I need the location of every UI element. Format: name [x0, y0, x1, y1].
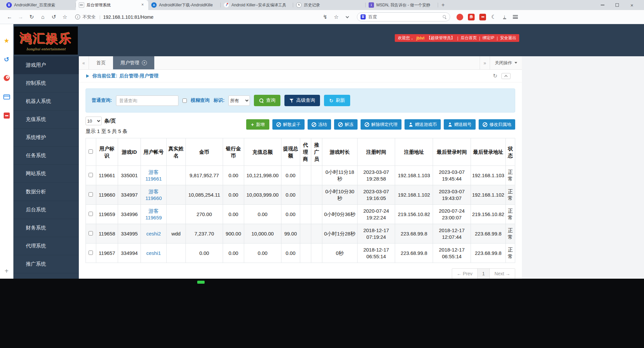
- java-favicon: J: [224, 2, 229, 8]
- add-button[interactable]: +新增: [246, 119, 269, 130]
- history-icon[interactable]: ↺: [3, 56, 10, 63]
- link-bind-ip[interactable]: 绑定IP: [483, 35, 494, 41]
- browser-tab[interactable]: iMSDN, 我告诉你 - 做一个安静: [366, 0, 438, 10]
- flag-select[interactable]: 所有: [228, 95, 250, 106]
- restore-history-icon[interactable]: ↺: [49, 12, 59, 22]
- select-all-checkbox[interactable]: [89, 149, 93, 154]
- sidebar-item[interactable]: 财务系统: [13, 219, 79, 237]
- unfreeze-button[interactable]: 解冻: [334, 119, 358, 130]
- row-checkbox[interactable]: [89, 192, 93, 197]
- refresh-list-button[interactable]: ↻刷新: [324, 95, 350, 106]
- sidebar-item-clipped[interactable]: [13, 273, 79, 279]
- account-link[interactable]: 游客119661: [145, 169, 162, 182]
- browser-tab[interactable]: 历史记录: [293, 0, 366, 10]
- tab-user-management[interactable]: 用户管理 ×: [113, 56, 154, 69]
- query-input[interactable]: [116, 95, 178, 106]
- table-cell: 2023-03-07 19:16:05: [357, 185, 395, 205]
- sidebar-item[interactable]: 系统维护: [13, 129, 79, 147]
- sidebar-item[interactable]: 游戏用户: [13, 56, 79, 74]
- row-checkbox[interactable]: [89, 173, 93, 177]
- close-operations-dropdown[interactable]: 关闭操作: [490, 56, 522, 69]
- download-icon[interactable]: ↓: [500, 12, 509, 22]
- url-dropdown-icon[interactable]: [342, 12, 352, 22]
- browser-tab[interactable]: 后台管理系统×: [76, 0, 148, 10]
- table-cell: [300, 205, 311, 224]
- ak-favicon: A: [151, 2, 157, 8]
- back-icon[interactable]: ←: [5, 12, 14, 22]
- tab-close-icon[interactable]: ×: [140, 2, 145, 8]
- star-icon[interactable]: ★: [3, 37, 10, 44]
- sidebar-item[interactable]: 任务系统: [13, 147, 79, 165]
- chevron-up-icon: [504, 75, 508, 78]
- search-button[interactable]: 查询: [254, 95, 280, 106]
- row-checkbox[interactable]: [89, 212, 93, 216]
- panel-refresh-icon[interactable]: ↻: [493, 73, 497, 79]
- account-link[interactable]: 游客119660: [145, 189, 162, 201]
- tabs-scroll-left-button[interactable]: «: [79, 56, 89, 69]
- red-app-icon[interactable]: [3, 112, 10, 119]
- row-checkbox[interactable]: [89, 231, 93, 235]
- refresh-icon[interactable]: ↻: [27, 12, 37, 22]
- tabs-scroll-right-button[interactable]: »: [480, 56, 490, 69]
- link-logout[interactable]: 安全退出: [500, 35, 516, 41]
- sidebar-item[interactable]: 推广系统: [13, 255, 79, 273]
- sidebar-item[interactable]: 网站系统: [13, 165, 79, 183]
- menu-icon[interactable]: [511, 12, 520, 22]
- search-box[interactable]: 百 百度: [357, 12, 450, 21]
- page-url[interactable]: 192.168.1.101:81/Home: [103, 14, 153, 20]
- card-icon[interactable]: [3, 93, 10, 100]
- magnifier-icon[interactable]: [443, 15, 446, 19]
- browser-tab[interactable]: AAndroidKiller下载-AndroidKille: [148, 0, 221, 10]
- coupon-extension-icon[interactable]: 券: [468, 14, 475, 20]
- close-button[interactable]: ×: [625, 0, 639, 10]
- change-location-button[interactable]: 修改归属地: [479, 119, 515, 130]
- column-header: 最后登录地址: [471, 138, 505, 166]
- link-backend-home[interactable]: 后台首页: [461, 35, 477, 41]
- extension-icon-3[interactable]: [479, 14, 486, 20]
- row-checkbox[interactable]: [89, 251, 93, 255]
- collect-star-icon[interactable]: ☆: [331, 12, 341, 22]
- account-link[interactable]: ceshi1: [146, 250, 161, 256]
- page-button[interactable]: 1: [477, 268, 490, 279]
- maximize-button[interactable]: [610, 0, 625, 10]
- freeze-button[interactable]: 冻结: [308, 119, 331, 130]
- download-arrow-icon: ↓: [503, 15, 506, 19]
- location-icon: [86, 74, 89, 78]
- lightning-icon[interactable]: ↯: [320, 12, 330, 22]
- table-cell: [311, 166, 322, 185]
- add-favorite-icon[interactable]: +: [3, 267, 10, 275]
- action-button-label: 解除绑定代理: [371, 122, 397, 128]
- tab-close-icon[interactable]: ×: [142, 60, 147, 65]
- account-link[interactable]: 游客119659: [145, 208, 162, 220]
- weibo-icon[interactable]: [3, 74, 10, 82]
- next-button[interactable]: Next →: [489, 268, 515, 279]
- minimize-button[interactable]: [595, 0, 610, 10]
- gift-account-button[interactable]: 赠送靓号: [444, 119, 476, 130]
- advanced-search-button[interactable]: 高级查询: [284, 95, 320, 106]
- sidebar-item[interactable]: 机器人系统: [13, 92, 79, 111]
- collapse-panel-button[interactable]: [501, 73, 511, 79]
- sidebar-item[interactable]: 数据分析: [13, 183, 79, 201]
- sidebar-item[interactable]: 后台系统: [13, 201, 79, 219]
- browser-tab[interactable]: 百AndroidKiller_百度搜索: [3, 0, 76, 10]
- extension-icon-1[interactable]: [457, 14, 463, 20]
- prev-button[interactable]: ← Prev: [452, 268, 478, 279]
- night-mode-icon[interactable]: ☾: [489, 12, 498, 22]
- gift-coins-button[interactable]: 赠送游戏币: [405, 119, 441, 130]
- separator: |: [457, 36, 458, 41]
- tab-home[interactable]: 首页: [89, 56, 113, 69]
- fuzzy-checkbox[interactable]: [182, 98, 187, 103]
- favorite-star-icon[interactable]: ☆: [60, 12, 70, 22]
- security-info[interactable]: i 不安全 |: [75, 14, 102, 20]
- account-link[interactable]: ceshi2: [146, 231, 161, 236]
- sidebar-item[interactable]: 充值系统: [13, 111, 79, 129]
- browser-tab[interactable]: JAndroid Killer--安卓反编译工具: [221, 0, 293, 10]
- disband-tables-button[interactable]: 解散桌子: [272, 119, 305, 130]
- unbind-agent-button[interactable]: 解除绑定代理: [361, 119, 401, 130]
- home-icon[interactable]: ⌂: [38, 12, 48, 22]
- page-size-select[interactable]: 10: [86, 117, 102, 125]
- sidebar-item[interactable]: 控制系统: [13, 74, 79, 92]
- forward-icon[interactable]: →: [16, 12, 25, 22]
- sidebar-item[interactable]: 代理系统: [13, 237, 79, 255]
- new-tab-button[interactable]: +: [438, 0, 448, 10]
